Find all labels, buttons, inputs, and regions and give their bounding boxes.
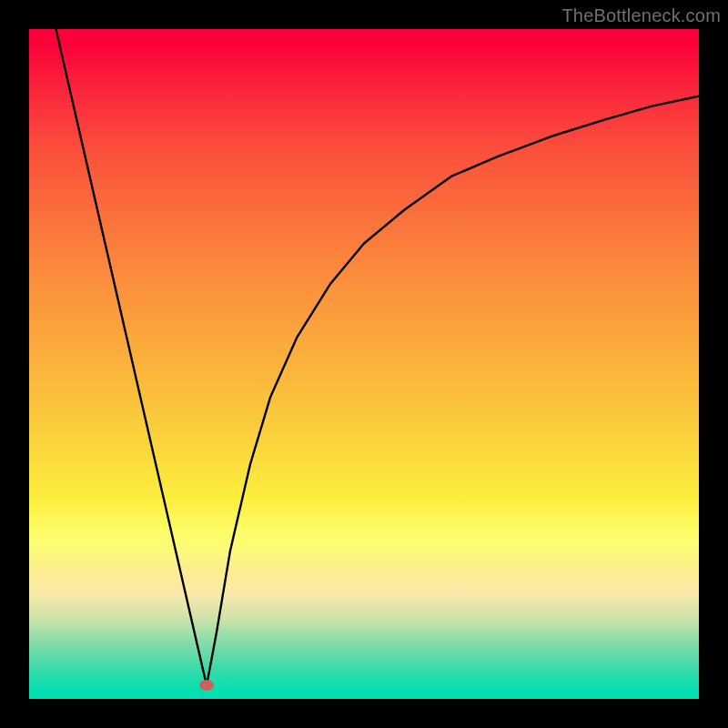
chart-frame: TheBottleneck.com xyxy=(0,0,728,728)
plot-area xyxy=(29,29,699,699)
bottleneck-curve xyxy=(56,29,699,685)
curve-svg xyxy=(29,29,699,699)
bottleneck-marker xyxy=(199,680,214,691)
watermark-text: TheBottleneck.com xyxy=(561,5,721,26)
